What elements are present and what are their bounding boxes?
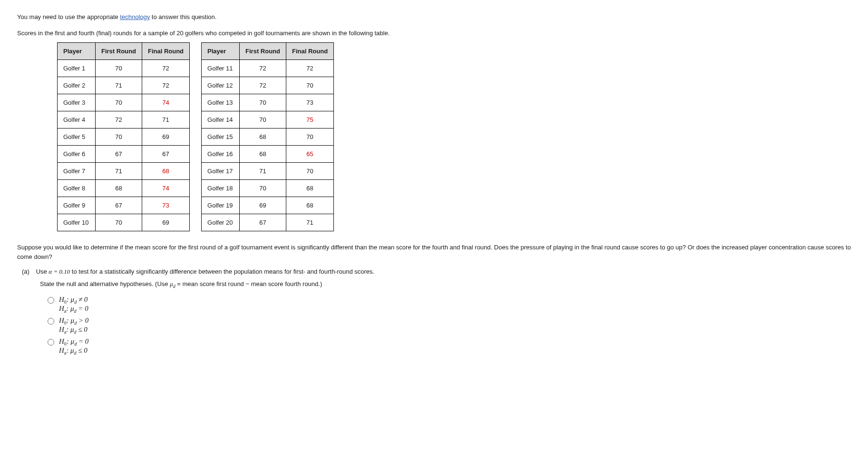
cell-player: Golfer 8 [58,180,96,197]
hypothesis-line: H0: μd = 0 [59,337,88,346]
part-a-post: to test for a statistically significantl… [70,268,374,275]
alpha-eq: α = 0.10 [49,268,70,275]
cell-final: 67 [142,146,189,163]
cell-player: Golfer 1 [58,60,96,77]
cell-final: 72 [142,77,189,94]
cell-final: 65 [286,146,333,163]
cell-final: 74 [142,94,189,111]
cell-final: 71 [286,214,333,231]
radio-button[interactable] [48,318,54,325]
cell-player: Golfer 13 [202,94,240,111]
cell-first: 71 [240,163,286,180]
table-row: Golfer 166865 [202,146,334,163]
col-first: First Round [240,43,286,60]
table-row: Golfer 77168 [58,163,190,180]
hypothesis-line: H0: μd > 0 [59,317,88,326]
cell-first: 67 [96,197,142,214]
cell-final: 75 [286,111,333,129]
table-row: Golfer 66767 [58,146,190,163]
hypothesis-line: H0: μd ≠ 0 [59,296,88,305]
hypothesis-options: H0: μd ≠ 0Ha: μd = 0H0: μd > 0Ha: μd ≤ 0… [48,296,851,356]
table-row: Golfer 96773 [58,197,190,214]
radio-button[interactable] [48,339,54,346]
cell-first: 67 [240,214,286,231]
cell-player: Golfer 5 [58,129,96,146]
table-row: Golfer 47271 [58,111,190,129]
golfer-table-right: Player First Round Final Round Golfer 11… [201,42,334,231]
cell-first: 72 [96,111,142,129]
table-row: Golfer 177170 [202,163,334,180]
table-row: Golfer 196968 [202,197,334,214]
cell-final: 70 [286,129,333,146]
table-row: Golfer 127270 [202,77,334,94]
cell-first: 67 [96,146,142,163]
cell-player: Golfer 7 [58,163,96,180]
cell-first: 70 [240,111,286,129]
cell-player: Golfer 3 [58,94,96,111]
cell-first: 70 [240,180,286,197]
table-row: Golfer 17072 [58,60,190,77]
cell-player: Golfer 16 [202,146,240,163]
description: Scores in the first and fourth (final) r… [17,29,851,38]
cell-final: 71 [142,111,189,129]
cell-final: 69 [142,214,189,231]
golfer-table-left: Player First Round Final Round Golfer 17… [57,42,190,231]
cell-player: Golfer 17 [202,163,240,180]
table-row: Golfer 107069 [58,214,190,231]
col-final: Final Round [142,43,189,60]
cell-final: 68 [142,163,189,180]
table-row: Golfer 137073 [202,94,334,111]
part-a-pre: Use [36,268,49,275]
cell-final: 68 [286,180,333,197]
col-first: First Round [96,43,142,60]
subq-pre: State the null and alternative hypothese… [40,280,170,287]
table-row: Golfer 117272 [202,60,334,77]
cell-first: 70 [96,214,142,231]
mu-d-symbol: μd [170,280,176,287]
intro-pre: You may need to use the appropriate [17,13,120,20]
part-a-label: (a) [22,268,34,275]
cell-player: Golfer 18 [202,180,240,197]
col-player: Player [202,43,240,60]
table-row: Golfer 147075 [202,111,334,129]
intro-post: to answer this question. [150,13,216,20]
cell-player: Golfer 19 [202,197,240,214]
cell-final: 68 [286,197,333,214]
table-row: Golfer 37074 [58,94,190,111]
technology-link[interactable]: technology [120,13,150,20]
cell-final: 72 [142,60,189,77]
cell-final: 74 [142,180,189,197]
cell-first: 71 [96,163,142,180]
col-final: Final Round [286,43,333,60]
option-row: H0: μd > 0Ha: μd ≤ 0 [48,317,851,335]
subq-post: = mean score first round − mean score fo… [176,280,322,287]
cell-player: Golfer 10 [58,214,96,231]
option-row: H0: μd ≠ 0Ha: μd = 0 [48,296,851,314]
cell-player: Golfer 6 [58,146,96,163]
hypothesis-line: Ha: μd ≤ 0 [59,326,88,335]
cell-final: 69 [142,129,189,146]
cell-first: 68 [96,180,142,197]
cell-player: Golfer 12 [202,77,240,94]
table-row: Golfer 27172 [58,77,190,94]
cell-player: Golfer 2 [58,77,96,94]
cell-first: 68 [240,129,286,146]
cell-player: Golfer 15 [202,129,240,146]
table-row: Golfer 187068 [202,180,334,197]
cell-first: 70 [96,129,142,146]
hypothesis-prompt: State the null and alternative hypothese… [40,280,851,289]
cell-final: 70 [286,77,333,94]
radio-button[interactable] [48,297,54,304]
hypothesis-line: Ha: μd ≤ 0 [59,346,88,356]
cell-final: 73 [142,197,189,214]
col-player: Player [58,43,96,60]
cell-first: 70 [96,94,142,111]
cell-first: 68 [240,146,286,163]
cell-first: 70 [96,60,142,77]
cell-final: 72 [286,60,333,77]
tables-container: Player First Round Final Round Golfer 17… [57,42,851,231]
hypothesis-pair: H0: μd > 0Ha: μd ≤ 0 [59,317,88,335]
cell-first: 72 [240,60,286,77]
part-a: (a) Use α = 0.10 to test for a statistic… [22,268,851,276]
cell-player: Golfer 20 [202,214,240,231]
